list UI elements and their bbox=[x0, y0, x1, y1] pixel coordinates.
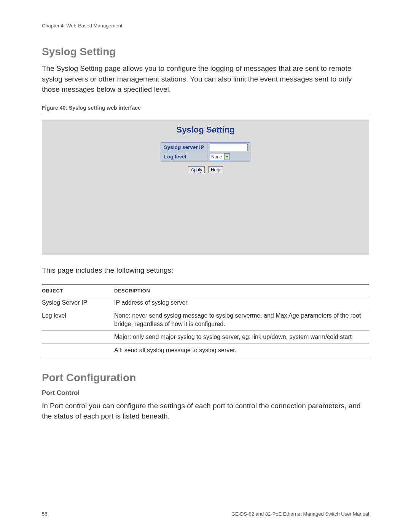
subsection-port-control: Port Control bbox=[42, 389, 369, 397]
interface-buttons: Apply Help bbox=[46, 166, 365, 173]
help-button[interactable]: Help bbox=[208, 166, 223, 173]
port-control-intro: In Port control you can configure the se… bbox=[42, 401, 369, 422]
cell-object bbox=[42, 331, 114, 344]
manual-title: GE-DS-82 and 82-PoE Ethernet Managed Swi… bbox=[231, 511, 369, 517]
figure-caption: Figure 40: Syslog setting web interface bbox=[42, 105, 369, 114]
table-row: All: send all syslog message to syslog s… bbox=[42, 344, 369, 357]
log-level-label: Log level bbox=[161, 152, 207, 161]
log-level-value: None bbox=[211, 154, 223, 160]
table-row: Log level None: never send syslog messag… bbox=[42, 309, 369, 331]
cell-description: IP address of syslog server. bbox=[114, 296, 369, 309]
chevron-down-icon bbox=[224, 153, 230, 160]
table-row: Major: only send major syslog to syslog … bbox=[42, 331, 369, 344]
syslog-ip-input[interactable] bbox=[210, 144, 248, 151]
cell-object bbox=[42, 344, 114, 357]
figure-frame: Syslog Setting Syslog server IP Log leve… bbox=[42, 120, 369, 255]
interface-title: Syslog Setting bbox=[46, 125, 365, 135]
section-title-port-config: Port Configuration bbox=[42, 372, 369, 384]
chapter-label: Chapter 4: Web-Based Management bbox=[42, 23, 369, 29]
page-footer: 56 GE-DS-82 and 82-PoE Ethernet Managed … bbox=[42, 511, 369, 517]
cell-object: Syslog Server IP bbox=[42, 296, 114, 309]
syslog-ip-label: Syslog server IP bbox=[161, 142, 207, 152]
syslog-intro: The Syslog Setting page allows you to co… bbox=[42, 63, 369, 95]
log-level-select[interactable]: None bbox=[210, 153, 230, 160]
col-header-object: OBJECT bbox=[42, 284, 114, 296]
cell-object: Log level bbox=[42, 309, 114, 331]
apply-button[interactable]: Apply bbox=[188, 166, 205, 173]
page-number: 56 bbox=[42, 511, 47, 517]
section-title-syslog: Syslog Setting bbox=[42, 46, 369, 58]
cell-description: Major: only send major syslog to syslog … bbox=[114, 331, 369, 344]
settings-table: OBJECT DESCRIPTION Syslog Server IP IP a… bbox=[42, 284, 369, 357]
col-header-description: DESCRIPTION bbox=[114, 284, 369, 296]
syslog-settings-form: Syslog server IP Log level None bbox=[161, 142, 250, 162]
settings-lead: This page includes the following setting… bbox=[42, 266, 369, 275]
cell-description: All: send all syslog message to syslog s… bbox=[114, 344, 369, 357]
cell-description: None: never send syslog message to syslo… bbox=[114, 309, 369, 331]
table-row: Syslog Server IP IP address of syslog se… bbox=[42, 296, 369, 309]
